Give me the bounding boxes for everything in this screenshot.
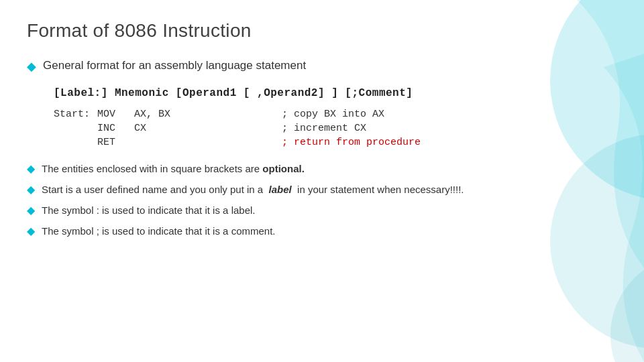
- code-mnemonic-3: RET: [97, 137, 134, 148]
- table-header: [Label:] Mnemonic [Operand1 [ ,Operand2]…: [54, 87, 590, 99]
- label-italic: label: [269, 184, 292, 195]
- sub-bullets: ◆ The entities enclosed with in square b…: [27, 162, 617, 238]
- sub-bullet-text-2: Start is a user defined name and you onl…: [42, 182, 464, 196]
- sub-diamond-icon-1: ◆: [27, 162, 35, 175]
- code-operands-1: AX, BX: [134, 109, 282, 120]
- code-mnemonic-1: MOV: [97, 109, 134, 120]
- main-bullet-text: General format for an assembly language …: [43, 58, 306, 74]
- instruction-table: [Label:] Mnemonic [Operand1 [ ,Operand2]…: [54, 87, 590, 148]
- sub-bullet-text-3: The symbol : is used to indicate that it…: [42, 203, 256, 217]
- table-row: Start: MOV AX, BX ; copy BX into AX: [54, 109, 590, 120]
- code-comment-2: ; increment CX: [282, 123, 366, 134]
- sub-bullet-3: ◆ The symbol : is used to indicate that …: [27, 203, 617, 217]
- sub-diamond-icon-3: ◆: [27, 204, 35, 217]
- code-mnemonic-2: INC: [97, 123, 134, 134]
- sub-bullet-4: ◆ The symbol ; is used to indicate that …: [27, 224, 617, 238]
- page-title: Format of 8086 Instruction: [27, 20, 617, 42]
- code-comment-1: ; copy BX into AX: [282, 109, 384, 120]
- table-row: RET ; return from procedure: [54, 137, 590, 148]
- sub-bullet-1: ◆ The entities enclosed with in square b…: [27, 162, 617, 176]
- code-operands-2: CX: [134, 123, 282, 134]
- table-row: INC CX ; increment CX: [54, 123, 590, 134]
- main-bullet: ◆ General format for an assembly languag…: [27, 58, 617, 74]
- code-comment-3: ; return from procedure: [282, 137, 421, 148]
- svg-point-2: [610, 255, 644, 362]
- optional-bold: optional.: [262, 163, 305, 174]
- sub-bullet-text-4: The symbol ; is used to indicate that it…: [42, 224, 276, 238]
- sub-bullet-text-1: The entities enclosed with in square bra…: [42, 162, 305, 176]
- code-label-1: Start:: [54, 109, 97, 120]
- code-rows: Start: MOV AX, BX ; copy BX into AX INC …: [54, 109, 590, 148]
- sub-diamond-icon-2: ◆: [27, 183, 35, 196]
- sub-bullet-2: ◆ Start is a user defined name and you o…: [27, 182, 617, 196]
- main-bullet-icon: ◆: [27, 59, 36, 74]
- sub-diamond-icon-4: ◆: [27, 225, 35, 237]
